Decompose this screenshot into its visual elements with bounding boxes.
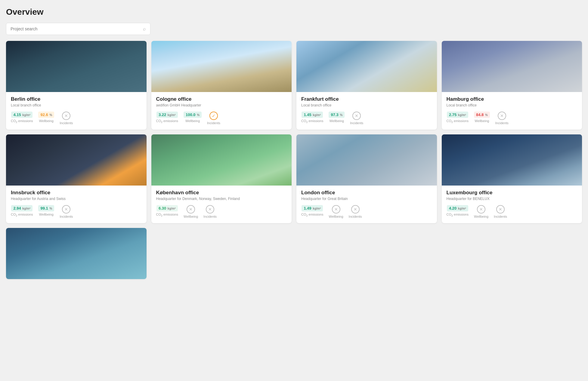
incidents-icon-luxembourg: ✕ — [496, 205, 505, 214]
card-body-frankfurt: Frankfurt office Local branch office 1.4… — [296, 92, 437, 130]
card-last-image — [6, 228, 147, 279]
co2-label-hamburg: CO2 emissions — [447, 119, 469, 124]
card-body-berlin: Berlin office Local branch office 4.15 k… — [6, 92, 147, 130]
metric-wellbeing-berlin: 92.6 % Wellbeing — [38, 112, 54, 123]
metrics-london: 1.49 kg/m² CO2 emissions ✕ Wellbeing ✕ I… — [301, 205, 432, 218]
metric-incidents-cologne: ✓ Incidents — [207, 112, 220, 125]
wellbeing-value-cologne: 100.0 % — [184, 112, 202, 118]
card-subtitle-cologne: aedifion GmbH Headquarter — [156, 103, 287, 107]
co2-label-cologne: CO2 emissions — [156, 119, 178, 124]
card-luxembourg[interactable]: Luxembourg office Headquarter for BENELU… — [442, 134, 582, 223]
card-title-cologne: Cologne office — [156, 96, 287, 102]
metric-co2-london: 1.49 kg/m² CO2 emissions — [301, 205, 323, 217]
card-kobenhavn[interactable]: København office Headquarter for Denmark… — [151, 134, 292, 223]
co2-label-luxembourg: CO2 emissions — [447, 213, 469, 217]
card-cologne[interactable]: Cologne office aedifion GmbH Headquarter… — [151, 41, 292, 130]
card-title-london: London office — [301, 190, 432, 196]
incidents-icon-berlin: ✕ — [62, 112, 70, 120]
wellbeing-icon-london: ✕ — [332, 205, 340, 214]
metric-co2-berlin: 4.15 kg/m² CO2 emissions — [11, 112, 33, 124]
metric-incidents-london: ✕ Incidents — [349, 205, 362, 218]
card-image-berlin — [6, 41, 147, 92]
metric-co2-luxembourg: 4.20 kg/m² CO2 emissions — [447, 205, 469, 217]
incidents-icon-frankfurt: ✕ — [352, 112, 361, 120]
metrics-innsbruck: 2.94 kg/m² CO2 emissions 99.1 % Wellbein… — [11, 205, 142, 218]
card-last[interactable] — [6, 228, 147, 279]
incidents-label-cologne: Incidents — [207, 121, 220, 125]
wellbeing-value-hamburg: 84.8 % — [474, 112, 490, 118]
card-subtitle-innsbruck: Headquarter for Austria and Swiss — [11, 197, 142, 201]
wellbeing-label-luxembourg: Wellbeing — [474, 215, 488, 218]
incidents-label-frankfurt: Incidents — [350, 121, 363, 125]
incidents-icon-kobenhavn: ✕ — [206, 205, 214, 214]
search-icon: ⌕ — [143, 26, 146, 32]
wellbeing-label-frankfurt: Wellbeing — [330, 119, 344, 123]
incidents-label-berlin: Incidents — [60, 121, 73, 125]
metrics-berlin: 4.15 kg/m² CO2 emissions 92.6 % Wellbein… — [11, 112, 142, 125]
incidents-icon-hamburg: ✕ — [498, 112, 506, 120]
card-image-kobenhavn — [151, 134, 292, 186]
search-input[interactable] — [11, 26, 143, 31]
metric-co2-frankfurt: 1.45 kg/m² CO2 emissions — [301, 112, 323, 124]
wellbeing-label-london: Wellbeing — [329, 215, 343, 218]
metric-co2-kobenhavn: 6.30 kg/m² CO2 emissions — [156, 205, 178, 217]
metric-wellbeing-london: ✕ Wellbeing — [329, 205, 343, 218]
metric-wellbeing-luxembourg: ✕ Wellbeing — [474, 205, 488, 218]
card-image-hamburg — [442, 41, 582, 92]
card-title-frankfurt: Frankfurt office — [301, 96, 432, 102]
metric-incidents-berlin: ✕ Incidents — [60, 112, 73, 125]
metric-wellbeing-hamburg: 84.8 % Wellbeing — [474, 112, 490, 123]
co2-value-innsbruck: 2.94 kg/m² — [11, 205, 32, 211]
card-image-luxembourg — [442, 134, 582, 186]
card-image-cologne — [151, 41, 292, 92]
search-bar: ⌕ — [6, 23, 150, 35]
wellbeing-label-hamburg: Wellbeing — [475, 119, 489, 123]
card-image-london — [296, 134, 437, 186]
metrics-luxembourg: 4.20 kg/m² CO2 emissions ✕ Wellbeing ✕ I… — [447, 205, 577, 218]
co2-value-cologne: 3.22 kg/m² — [156, 112, 178, 118]
metric-co2-innsbruck: 2.94 kg/m² CO2 emissions — [11, 205, 33, 217]
metric-wellbeing-innsbruck: 99.1 % Wellbeing — [38, 205, 54, 216]
page-title: Overview — [6, 7, 582, 17]
card-image-frankfurt — [296, 41, 437, 92]
metrics-cologne: 3.22 kg/m² CO2 emissions 100.0 % Wellbei… — [156, 112, 287, 125]
wellbeing-value-innsbruck: 99.1 % — [38, 205, 54, 211]
card-title-berlin: Berlin office — [11, 96, 142, 102]
incidents-icon-innsbruck: ✕ — [62, 205, 70, 214]
card-body-cologne: Cologne office aedifion GmbH Headquarter… — [151, 92, 292, 130]
co2-value-kobenhavn: 6.30 kg/m² — [156, 205, 178, 211]
card-frankfurt[interactable]: Frankfurt office Local branch office 1.4… — [296, 41, 437, 130]
card-body-luxembourg: Luxembourg office Headquarter for BENELU… — [442, 186, 582, 223]
co2-value-berlin: 4.15 kg/m² — [11, 112, 32, 118]
incidents-label-london: Incidents — [349, 215, 362, 218]
card-body-kobenhavn: København office Headquarter for Denmark… — [151, 186, 292, 223]
card-subtitle-hamburg: Local branch office — [447, 103, 577, 107]
card-berlin[interactable]: Berlin office Local branch office 4.15 k… — [6, 41, 147, 130]
card-body-london: London office Headquarter for Great Brit… — [296, 186, 437, 223]
incidents-label-luxembourg: Incidents — [494, 215, 507, 218]
card-london[interactable]: London office Headquarter for Great Brit… — [296, 134, 437, 223]
metric-incidents-luxembourg: ✕ Incidents — [494, 205, 507, 218]
wellbeing-icon-luxembourg: ✕ — [477, 205, 485, 214]
co2-value-london: 1.49 kg/m² — [302, 205, 323, 211]
co2-value-luxembourg: 4.20 kg/m² — [447, 205, 468, 211]
incidents-label-hamburg: Incidents — [495, 121, 509, 125]
card-innsbruck[interactable]: Innsbruck office Headquarter for Austria… — [6, 134, 147, 223]
card-hamburg[interactable]: Hamburg office Local branch office 2.75 … — [442, 41, 582, 130]
metric-incidents-kobenhavn: ✕ Incidents — [203, 205, 217, 218]
card-subtitle-london: Headquarter for Great Britain — [301, 197, 432, 201]
wellbeing-label-kobenhavn: Wellbeing — [184, 215, 198, 218]
co2-label-kobenhavn: CO2 emissions — [156, 213, 178, 217]
wellbeing-icon-kobenhavn: ✕ — [187, 205, 195, 214]
incidents-label-kobenhavn: Incidents — [203, 215, 217, 218]
metric-co2-hamburg: 2.75 kg/m² CO2 emissions — [447, 112, 469, 124]
co2-label-berlin: CO2 emissions — [11, 119, 33, 124]
wellbeing-label-berlin: Wellbeing — [39, 119, 54, 123]
card-subtitle-luxembourg: Headquarter for BENELUX — [447, 197, 577, 201]
card-title-luxembourg: Luxembourg office — [447, 190, 577, 196]
cards-grid: Berlin office Local branch office 4.15 k… — [6, 41, 582, 223]
card-subtitle-berlin: Local branch office — [11, 103, 142, 107]
card-title-kobenhavn: København office — [156, 190, 287, 196]
card-title-innsbruck: Innsbruck office — [11, 190, 142, 196]
co2-value-frankfurt: 1.45 kg/m² — [302, 112, 323, 118]
